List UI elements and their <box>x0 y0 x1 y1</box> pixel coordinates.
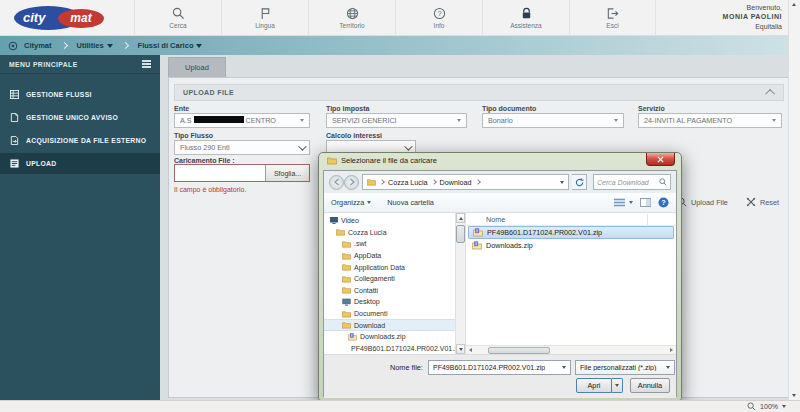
sidebar-menu: GESTIONE FLUSSI GESTIONE UNICO AVVISO AC… <box>0 74 160 174</box>
tree-item-documenti[interactable]: Documenti <box>324 308 455 320</box>
hamburger-icon[interactable] <box>142 60 151 68</box>
tipo-imposta-select[interactable]: SERVIZI GENERICI <box>326 113 467 128</box>
collapse-chevron-icon[interactable] <box>765 89 775 99</box>
nav-lingua[interactable]: Lingua <box>221 0 308 36</box>
apri-dropdown-button[interactable] <box>612 378 623 393</box>
browser-vertical-scrollbar[interactable] <box>788 0 800 400</box>
tree-item-label: .swt <box>354 240 366 247</box>
welcome-greeting: Benvenuto, <box>723 3 782 12</box>
preview-pane-icon <box>640 198 651 207</box>
tree-item-appdata[interactable]: AppData <box>324 250 455 262</box>
scroll-down-button[interactable] <box>456 344 465 354</box>
file-row-pf49b601[interactable]: PF49B601.D171024.PR002.V01.zip <box>468 226 674 239</box>
column-header-nome[interactable]: Nome <box>466 213 676 226</box>
browser-status-bar: 100% <box>0 400 800 412</box>
filename-combobox[interactable]: PF49B601.D171024.PR002.V01.zip <box>428 360 571 375</box>
organizza-menu[interactable]: Organizza <box>331 198 371 207</box>
document-icon <box>10 113 19 122</box>
nav-territorio[interactable]: Territorio <box>308 0 395 36</box>
ente-select[interactable]: A.SCENTRO <box>174 113 310 128</box>
list-view-icon <box>614 198 626 207</box>
close-button[interactable] <box>646 153 675 166</box>
nav-label: Info <box>434 22 445 29</box>
folder-icon <box>342 310 351 318</box>
tab-upload[interactable]: Upload <box>168 57 226 77</box>
flag-icon <box>259 7 272 20</box>
sidebar-item-upload[interactable]: UPLOAD <box>0 153 160 174</box>
tree-item-swt[interactable]: .swt <box>324 238 455 250</box>
servizio-label: Servizio <box>638 105 665 112</box>
breadcrumb-flussi-di-carico[interactable]: Flussi di Carico <box>138 41 203 50</box>
breadcrumb-separator <box>60 42 67 49</box>
crumb-download[interactable]: Download <box>440 178 472 187</box>
nav-label: Cerca <box>169 22 186 29</box>
breadcrumb-utilities[interactable]: Utilities <box>77 41 113 50</box>
annulla-button[interactable]: Annulla <box>630 378 670 393</box>
help-button[interactable]: ? <box>658 197 669 208</box>
filename-value: PF49B601.D171024.PR002.V01.zip <box>433 364 562 371</box>
folder-icon <box>327 156 337 165</box>
tree-item-pf49b601-zip[interactable]: PF49B601.D171024.PR002.V01.zip <box>324 343 455 354</box>
chevron-down-icon <box>404 142 412 150</box>
tree-item-application-data[interactable]: Application Data <box>324 261 455 273</box>
address-dropdown-icon[interactable] <box>560 181 564 184</box>
upload-file-action[interactable]: Upload File <box>677 197 728 207</box>
scroll-up-icon[interactable] <box>792 3 796 6</box>
address-breadcrumb[interactable]: Cozza Lucia Download <box>362 174 569 190</box>
preview-pane-button[interactable] <box>640 198 651 207</box>
tipo-documento-select[interactable]: Bonario <box>482 113 624 128</box>
sidebar-item-gestione-unico-avviso[interactable]: GESTIONE UNICO AVVISO <box>0 107 160 128</box>
nav-cerca[interactable]: Cerca <box>134 0 221 36</box>
zoom-dropdown-icon <box>782 405 786 408</box>
tree-item-download[interactable]: Download <box>324 319 455 331</box>
file-list-horizontal-scrollbar[interactable] <box>466 345 676 354</box>
tree-item-cozza-lucia[interactable]: Cozza Lucia <box>324 227 455 239</box>
sfoglia-button[interactable]: Sfoglia... <box>265 165 309 181</box>
scrollbar-thumb[interactable] <box>488 347 550 354</box>
crumb-cozza-lucia[interactable]: Cozza Lucia <box>388 178 428 187</box>
tree-vertical-scrollbar[interactable] <box>455 213 466 354</box>
scroll-left-button[interactable] <box>466 346 475 354</box>
tree-item-desktop[interactable]: Desktop <box>324 296 455 308</box>
scroll-right-button[interactable] <box>667 346 676 354</box>
tipo-flusso-select[interactable]: Flusso 290 Enti <box>174 140 310 155</box>
folder-icon <box>342 252 351 260</box>
scroll-up-button[interactable] <box>456 213 465 223</box>
file-row-downloads-zip[interactable]: Downloads.zip <box>468 239 674 252</box>
chevron-down-icon <box>298 142 306 150</box>
scrollbar-thumb[interactable] <box>456 225 465 243</box>
dialog-content: Cozza Lucia Download Cerca Download Orga… <box>323 170 677 397</box>
tree-item-downloads-zip[interactable]: Downloads.zip <box>324 331 455 343</box>
zoom-control[interactable]: 100% <box>747 402 786 411</box>
breadcrumb-home[interactable]: Citymat <box>24 41 52 50</box>
tree-item-video[interactable]: Video <box>324 215 455 227</box>
toolbar-right-icons: ? <box>614 197 669 208</box>
nav-assistenza[interactable]: Assistenza <box>482 0 569 36</box>
search-box[interactable]: Cerca Download <box>593 174 671 190</box>
nuova-cartella-button[interactable]: Nuova cartella <box>387 198 434 207</box>
panel-header: UPLOAD FILE <box>174 84 784 101</box>
nav-esci[interactable]: Esci <box>569 0 656 36</box>
user-folder-icon <box>336 228 345 236</box>
tree-item-contatti[interactable]: Contatti <box>324 285 455 297</box>
sidebar-item-gestione-flussi[interactable]: GESTIONE FLUSSI <box>0 84 160 105</box>
back-button[interactable] <box>329 175 344 190</box>
nav-info[interactable]: ? Info <box>395 0 482 36</box>
views-button[interactable] <box>614 198 633 207</box>
filetype-combobox[interactable]: File personalizzati (*.zip) <box>575 360 675 375</box>
tipo-imposta-label: Tipo imposta <box>326 105 369 112</box>
sidebar-item-acquisizione-da-file-esterno[interactable]: ACQUISIZIONE DA FILE ESTERNO <box>0 130 160 151</box>
refresh-button[interactable] <box>572 174 587 190</box>
citymat-logo[interactable]: city mat <box>14 5 114 31</box>
breadcrumb-label: Utilities <box>77 41 104 50</box>
forward-button[interactable] <box>344 175 359 190</box>
tree-item-collegamenti[interactable]: Collegamenti <box>324 273 455 285</box>
file-path-input[interactable] <box>175 165 265 181</box>
file-import-icon <box>10 136 19 145</box>
servizio-select[interactable]: 24-INVITI AL PAGAMENTO <box>638 113 782 128</box>
apri-button[interactable]: Apri <box>576 378 612 393</box>
reset-action[interactable]: Reset <box>746 197 779 207</box>
chevron-down-icon <box>107 44 113 48</box>
refresh-icon <box>575 178 584 187</box>
scroll-down-icon[interactable] <box>792 394 796 397</box>
